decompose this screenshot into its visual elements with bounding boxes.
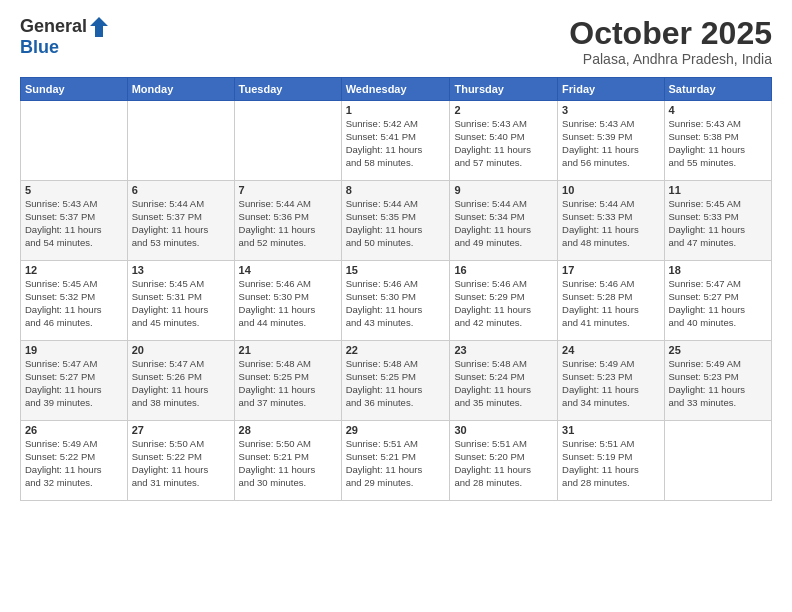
table-row: 14Sunrise: 5:46 AM Sunset: 5:30 PM Dayli… — [234, 261, 341, 341]
day-info: Sunrise: 5:46 AM Sunset: 5:30 PM Dayligh… — [239, 278, 337, 329]
day-number: 4 — [669, 104, 767, 116]
th-monday: Monday — [127, 78, 234, 101]
table-row: 18Sunrise: 5:47 AM Sunset: 5:27 PM Dayli… — [664, 261, 771, 341]
table-row — [664, 421, 771, 501]
day-number: 27 — [132, 424, 230, 436]
th-tuesday: Tuesday — [234, 78, 341, 101]
table-row — [127, 101, 234, 181]
table-row: 23Sunrise: 5:48 AM Sunset: 5:24 PM Dayli… — [450, 341, 558, 421]
table-row: 21Sunrise: 5:48 AM Sunset: 5:25 PM Dayli… — [234, 341, 341, 421]
day-info: Sunrise: 5:49 AM Sunset: 5:23 PM Dayligh… — [669, 358, 767, 409]
day-info: Sunrise: 5:49 AM Sunset: 5:22 PM Dayligh… — [25, 438, 123, 489]
th-thursday: Thursday — [450, 78, 558, 101]
calendar-week-5: 26Sunrise: 5:49 AM Sunset: 5:22 PM Dayli… — [21, 421, 772, 501]
day-info: Sunrise: 5:43 AM Sunset: 5:40 PM Dayligh… — [454, 118, 553, 169]
day-info: Sunrise: 5:44 AM Sunset: 5:34 PM Dayligh… — [454, 198, 553, 249]
table-row: 11Sunrise: 5:45 AM Sunset: 5:33 PM Dayli… — [664, 181, 771, 261]
day-number: 26 — [25, 424, 123, 436]
calendar-week-2: 5Sunrise: 5:43 AM Sunset: 5:37 PM Daylig… — [21, 181, 772, 261]
logo: General Blue — [20, 16, 109, 58]
day-info: Sunrise: 5:46 AM Sunset: 5:28 PM Dayligh… — [562, 278, 659, 329]
calendar-table: Sunday Monday Tuesday Wednesday Thursday… — [20, 77, 772, 501]
table-row: 8Sunrise: 5:44 AM Sunset: 5:35 PM Daylig… — [341, 181, 450, 261]
day-info: Sunrise: 5:43 AM Sunset: 5:37 PM Dayligh… — [25, 198, 123, 249]
table-row — [21, 101, 128, 181]
day-info: Sunrise: 5:43 AM Sunset: 5:39 PM Dayligh… — [562, 118, 659, 169]
day-number: 12 — [25, 264, 123, 276]
table-row: 28Sunrise: 5:50 AM Sunset: 5:21 PM Dayli… — [234, 421, 341, 501]
day-info: Sunrise: 5:43 AM Sunset: 5:38 PM Dayligh… — [669, 118, 767, 169]
day-number: 13 — [132, 264, 230, 276]
day-number: 18 — [669, 264, 767, 276]
table-row: 4Sunrise: 5:43 AM Sunset: 5:38 PM Daylig… — [664, 101, 771, 181]
header: General Blue October 2025 Palasa, Andhra… — [20, 16, 772, 67]
table-row: 24Sunrise: 5:49 AM Sunset: 5:23 PM Dayli… — [558, 341, 664, 421]
day-info: Sunrise: 5:45 AM Sunset: 5:32 PM Dayligh… — [25, 278, 123, 329]
day-number: 21 — [239, 344, 337, 356]
day-number: 9 — [454, 184, 553, 196]
day-info: Sunrise: 5:48 AM Sunset: 5:24 PM Dayligh… — [454, 358, 553, 409]
day-info: Sunrise: 5:44 AM Sunset: 5:36 PM Dayligh… — [239, 198, 337, 249]
day-number: 2 — [454, 104, 553, 116]
table-row: 6Sunrise: 5:44 AM Sunset: 5:37 PM Daylig… — [127, 181, 234, 261]
page: General Blue October 2025 Palasa, Andhra… — [0, 0, 792, 612]
day-number: 3 — [562, 104, 659, 116]
calendar-week-1: 1Sunrise: 5:42 AM Sunset: 5:41 PM Daylig… — [21, 101, 772, 181]
th-saturday: Saturday — [664, 78, 771, 101]
day-info: Sunrise: 5:49 AM Sunset: 5:23 PM Dayligh… — [562, 358, 659, 409]
table-row: 27Sunrise: 5:50 AM Sunset: 5:22 PM Dayli… — [127, 421, 234, 501]
day-info: Sunrise: 5:44 AM Sunset: 5:35 PM Dayligh… — [346, 198, 446, 249]
table-row: 9Sunrise: 5:44 AM Sunset: 5:34 PM Daylig… — [450, 181, 558, 261]
logo-icon — [89, 16, 109, 38]
day-number: 7 — [239, 184, 337, 196]
month-title: October 2025 — [569, 16, 772, 51]
day-number: 23 — [454, 344, 553, 356]
table-row: 5Sunrise: 5:43 AM Sunset: 5:37 PM Daylig… — [21, 181, 128, 261]
day-number: 14 — [239, 264, 337, 276]
table-row: 29Sunrise: 5:51 AM Sunset: 5:21 PM Dayli… — [341, 421, 450, 501]
title-block: October 2025 Palasa, Andhra Pradesh, Ind… — [569, 16, 772, 67]
table-row: 15Sunrise: 5:46 AM Sunset: 5:30 PM Dayli… — [341, 261, 450, 341]
day-number: 19 — [25, 344, 123, 356]
day-number: 8 — [346, 184, 446, 196]
day-number: 24 — [562, 344, 659, 356]
table-row: 3Sunrise: 5:43 AM Sunset: 5:39 PM Daylig… — [558, 101, 664, 181]
table-row: 10Sunrise: 5:44 AM Sunset: 5:33 PM Dayli… — [558, 181, 664, 261]
day-info: Sunrise: 5:42 AM Sunset: 5:41 PM Dayligh… — [346, 118, 446, 169]
day-number: 29 — [346, 424, 446, 436]
table-row: 22Sunrise: 5:48 AM Sunset: 5:25 PM Dayli… — [341, 341, 450, 421]
day-number: 10 — [562, 184, 659, 196]
calendar-week-3: 12Sunrise: 5:45 AM Sunset: 5:32 PM Dayli… — [21, 261, 772, 341]
th-wednesday: Wednesday — [341, 78, 450, 101]
day-info: Sunrise: 5:46 AM Sunset: 5:29 PM Dayligh… — [454, 278, 553, 329]
table-row: 12Sunrise: 5:45 AM Sunset: 5:32 PM Dayli… — [21, 261, 128, 341]
table-row: 16Sunrise: 5:46 AM Sunset: 5:29 PM Dayli… — [450, 261, 558, 341]
day-info: Sunrise: 5:45 AM Sunset: 5:33 PM Dayligh… — [669, 198, 767, 249]
svg-marker-0 — [90, 17, 108, 37]
day-info: Sunrise: 5:48 AM Sunset: 5:25 PM Dayligh… — [239, 358, 337, 409]
day-number: 15 — [346, 264, 446, 276]
day-info: Sunrise: 5:51 AM Sunset: 5:20 PM Dayligh… — [454, 438, 553, 489]
calendar-week-4: 19Sunrise: 5:47 AM Sunset: 5:27 PM Dayli… — [21, 341, 772, 421]
calendar-header-row: Sunday Monday Tuesday Wednesday Thursday… — [21, 78, 772, 101]
day-info: Sunrise: 5:44 AM Sunset: 5:37 PM Dayligh… — [132, 198, 230, 249]
day-info: Sunrise: 5:48 AM Sunset: 5:25 PM Dayligh… — [346, 358, 446, 409]
day-number: 20 — [132, 344, 230, 356]
day-number: 6 — [132, 184, 230, 196]
day-info: Sunrise: 5:46 AM Sunset: 5:30 PM Dayligh… — [346, 278, 446, 329]
day-number: 30 — [454, 424, 553, 436]
day-info: Sunrise: 5:50 AM Sunset: 5:22 PM Dayligh… — [132, 438, 230, 489]
day-info: Sunrise: 5:47 AM Sunset: 5:27 PM Dayligh… — [25, 358, 123, 409]
table-row: 19Sunrise: 5:47 AM Sunset: 5:27 PM Dayli… — [21, 341, 128, 421]
day-number: 28 — [239, 424, 337, 436]
table-row: 20Sunrise: 5:47 AM Sunset: 5:26 PM Dayli… — [127, 341, 234, 421]
table-row: 13Sunrise: 5:45 AM Sunset: 5:31 PM Dayli… — [127, 261, 234, 341]
table-row: 17Sunrise: 5:46 AM Sunset: 5:28 PM Dayli… — [558, 261, 664, 341]
day-info: Sunrise: 5:45 AM Sunset: 5:31 PM Dayligh… — [132, 278, 230, 329]
table-row: 7Sunrise: 5:44 AM Sunset: 5:36 PM Daylig… — [234, 181, 341, 261]
day-number: 11 — [669, 184, 767, 196]
table-row: 30Sunrise: 5:51 AM Sunset: 5:20 PM Dayli… — [450, 421, 558, 501]
day-info: Sunrise: 5:47 AM Sunset: 5:26 PM Dayligh… — [132, 358, 230, 409]
day-number: 5 — [25, 184, 123, 196]
day-info: Sunrise: 5:50 AM Sunset: 5:21 PM Dayligh… — [239, 438, 337, 489]
